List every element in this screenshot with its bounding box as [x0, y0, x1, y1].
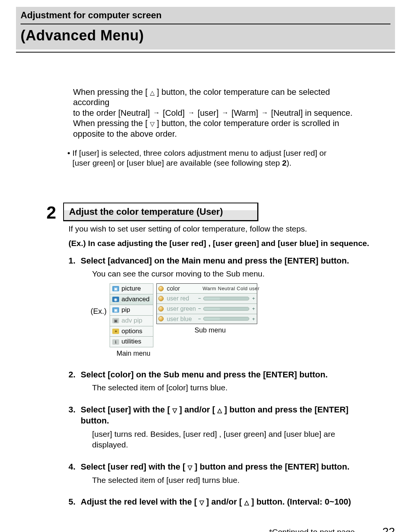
step-heading-box: Adjust the color temperature (User): [63, 203, 258, 221]
text: turns red. Besides,: [114, 430, 183, 438]
menu-label: options: [121, 327, 142, 336]
text: (Ex.) In case adjusting the: [68, 239, 169, 248]
page-title: (Advanced Menu): [21, 26, 390, 45]
main-menu-item-utilities: ℹ utilities: [110, 337, 153, 347]
arrow-right-icon: →: [221, 109, 228, 116]
sub-menu-label: color: [167, 284, 196, 293]
text: on the Sub menu and press the [ENTER] bu…: [136, 370, 328, 379]
text: [advanced]: [108, 256, 152, 265]
item-number: 3.: [68, 404, 78, 415]
text: [user]: [108, 405, 131, 414]
text: to the order [Neutral]: [73, 108, 150, 118]
minus-icon: −: [198, 305, 201, 312]
triangle-up-icon: [217, 407, 222, 414]
step-number: 2: [46, 204, 56, 221]
item-body: [user] turns red. Besides, [user red] , …: [92, 429, 358, 451]
header-rule-2: [16, 52, 395, 53]
text: with the [: [149, 462, 186, 471]
color-icon: [158, 306, 164, 312]
text: ] button.: [251, 497, 287, 506]
utilities-icon: ℹ: [112, 339, 119, 345]
numbered-item-1: 1. Select [advanced] on the Main menu an…: [68, 255, 358, 358]
text: If [user] is selected, three colors adju…: [72, 149, 327, 157]
header-rule: [21, 24, 390, 24]
numbered-item-2: 2. Select [color] on the Sub menu and pr…: [68, 369, 358, 393]
text: turns blue.: [202, 476, 240, 484]
advanced-icon: ◉: [112, 297, 119, 302]
bullet-note: • If [user] is selected, three colors ad…: [67, 148, 349, 168]
main-menu-item-advanced: ◉ advanced: [110, 294, 153, 305]
sub-menu-label: user blue: [167, 315, 196, 323]
text: [user]: [92, 430, 112, 438]
item-heading: 4. Select [user red] with the [ ] button…: [68, 461, 358, 473]
main-menu-item-options: ✦ options: [110, 326, 153, 337]
sub-menu-caption: Sub menu: [194, 326, 257, 335]
intro-line-4: opposite to the above order.: [73, 129, 347, 139]
main-menu-item-picture: ▣ picture: [110, 284, 153, 294]
item-number: 4.: [68, 461, 78, 473]
sub-menu-label: user red: [167, 294, 196, 303]
text: ).: [287, 158, 292, 167]
color-options: Warm Neutral Cold user: [202, 285, 260, 292]
triangle-down-icon: [150, 121, 155, 127]
text: and: [268, 430, 284, 438]
item-heading: 3. Select [user] with the [ ] and/or [ ]…: [68, 404, 358, 427]
item-number: 5.: [68, 496, 78, 508]
bullet-dot-icon: •: [67, 148, 70, 168]
text: The selected item of: [92, 476, 166, 484]
menu-label: utilities: [121, 337, 141, 346]
step-intro-text: If you wish to set user setting of color…: [68, 224, 395, 234]
sub-menu-row-user-blue: user blue − +: [157, 314, 257, 324]
text: [user green]: [224, 430, 266, 438]
triangle-down-icon: [188, 465, 192, 471]
text: [color]: [108, 370, 134, 379]
color-icon: [158, 316, 164, 321]
slider: [203, 317, 249, 321]
text: turns blue.: [190, 383, 228, 392]
text: Select: [81, 370, 108, 379]
intro-line-2: to the order [Neutral] → [Cold] → [user]…: [73, 108, 347, 118]
sub-menu-label: user green: [167, 305, 196, 313]
sub-menu-wrap: color Warm Neutral Cold user user red −: [156, 283, 257, 335]
plus-icon: +: [252, 295, 255, 302]
text: [Warm]: [231, 108, 258, 118]
text: [user red]: [166, 476, 200, 484]
plus-icon: +: [252, 316, 255, 323]
text: The selected item of: [92, 383, 166, 392]
page: Adjustment for computer screen (Advanced…: [0, 0, 411, 532]
main-menu: ▣ picture ◉ advanced ▣ pip: [110, 283, 153, 348]
item-heading: 5. Adjust the red level with the [ ] and…: [68, 496, 358, 508]
continued-note: *Continued to next page.: [16, 527, 395, 532]
text: [user red]: [108, 462, 146, 471]
text: [user]: [198, 108, 218, 118]
interval-text: (Interval: 0~100): [287, 497, 351, 506]
text: and: [261, 239, 277, 248]
menu-label: adv pip: [121, 316, 142, 325]
item-heading: 2. Select [color] on the Sub menu and pr…: [68, 369, 358, 380]
step-example-text: (Ex.) In case adjusting the [user red] ,…: [68, 238, 395, 249]
main-menu-item-adv-pip: ▣ adv pip: [110, 316, 153, 326]
example-label: (Ex.): [91, 306, 107, 316]
header-band: Adjustment for computer screen (Advanced…: [16, 7, 395, 50]
numbered-item-5: 5. Adjust the red level with the [ ] and…: [68, 496, 358, 508]
minus-icon: −: [198, 316, 201, 323]
text: Select: [81, 405, 108, 414]
text: [user red]: [183, 430, 217, 438]
sub-menu-row-color: color Warm Neutral Cold user: [157, 284, 257, 294]
menu-illustration: (Ex.) ▣ picture ◉ advanced: [91, 283, 358, 358]
text: [user green] or [user blue] are availabl…: [72, 158, 282, 167]
menu-label: pip: [121, 306, 130, 315]
text: When pressing the [: [73, 87, 148, 97]
minus-icon: −: [198, 295, 201, 302]
arrow-right-icon: →: [261, 109, 268, 116]
triangle-down-icon: [199, 500, 204, 506]
text: Select: [81, 256, 108, 265]
item-number: 1.: [68, 255, 78, 267]
arrow-right-icon: →: [188, 109, 194, 116]
color-icon: [158, 296, 164, 301]
adv-pip-icon: ▣: [112, 318, 119, 323]
sub-menu: color Warm Neutral Cold user user red −: [156, 283, 257, 324]
color-icon: [158, 286, 164, 291]
menu-label: advanced: [121, 295, 150, 304]
numbered-list: 1. Select [advanced] on the Main menu an…: [68, 255, 358, 508]
